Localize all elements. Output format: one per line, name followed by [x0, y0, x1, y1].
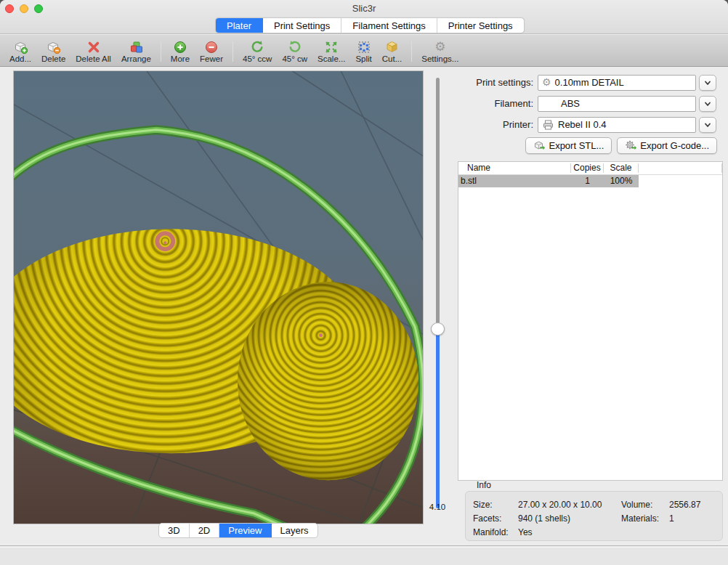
- tab-filament-settings[interactable]: Filament Settings: [341, 18, 437, 33]
- split-button[interactable]: Split: [350, 39, 376, 64]
- layer-slider-track-upper[interactable]: [436, 78, 440, 329]
- gear-icon: ⚙: [542, 76, 551, 89]
- info-section-title: Info: [477, 480, 491, 490]
- printer-icon: [542, 119, 554, 131]
- cubes-icon: [129, 39, 144, 54]
- view-tab-2d[interactable]: 2D: [190, 524, 220, 537]
- print-settings-select[interactable]: ⚙ 0.10mm DETAIL: [538, 75, 696, 91]
- filament-label: Filament:: [458, 98, 538, 109]
- viewport-3d-scene[interactable]: [14, 71, 423, 524]
- view-mode-tabbar: 3D 2D Preview Layers: [158, 523, 318, 538]
- window-title: Slic3r: [0, 3, 728, 14]
- printer-dropdown-button[interactable]: [699, 117, 716, 133]
- toolbar-separator: [161, 41, 161, 62]
- more-button[interactable]: More: [166, 39, 195, 64]
- fewer-button[interactable]: Fewer: [195, 39, 228, 64]
- main-content: 4.10 3D 2D Preview Layers Print settings…: [0, 67, 728, 546]
- chevron-down-icon: [703, 99, 713, 109]
- size-value: 27.00 x 20.00 x 10.00: [518, 500, 621, 510]
- table-row[interactable]: b.stl 1 100%: [458, 175, 722, 187]
- column-header-name[interactable]: Name: [458, 163, 571, 173]
- chevron-down-icon: [703, 120, 713, 130]
- model-small-dome[interactable]: [238, 282, 418, 480]
- red-x-icon: [86, 39, 101, 54]
- delete-all-button[interactable]: Delete All: [70, 39, 116, 64]
- scale-arrows-icon: [324, 39, 339, 54]
- delete-button[interactable]: Delete: [36, 39, 70, 64]
- manifold-value: Yes: [518, 527, 621, 537]
- info-box: Size: 27.00 x 20.00 x 10.00 Volume: 2556…: [465, 491, 723, 541]
- manifold-label: Manifold:: [473, 527, 518, 537]
- print-settings-dropdown-button[interactable]: [699, 75, 716, 91]
- rotate-ccw-button[interactable]: 45° ccw: [238, 39, 277, 64]
- printer-select[interactable]: Rebel II 0.4: [538, 117, 696, 133]
- toolbar-separator: [411, 41, 412, 62]
- right-panel: Print settings: ⚙ 0.10mm DETAIL Filament…: [458, 67, 723, 546]
- export-gcode-button[interactable]: Export G-code...: [617, 137, 717, 154]
- box-add-icon: [13, 39, 28, 54]
- rotate-ccw-icon: [250, 39, 264, 54]
- view-tab-preview[interactable]: Preview: [219, 524, 271, 537]
- layer-slider-track-lower[interactable]: [436, 329, 440, 508]
- filament-dropdown-button[interactable]: [699, 96, 716, 112]
- facets-value: 940 (1 shells): [518, 513, 621, 524]
- column-header-copies[interactable]: Copies: [571, 163, 604, 173]
- titlebar: Slic3r Plater Print Settings Filament Se…: [0, 0, 728, 34]
- print-settings-label: Print settings:: [458, 77, 538, 88]
- filament-select[interactable]: ABS: [538, 96, 696, 112]
- toolbar: Add... Delete Delete All Arrange M: [0, 35, 728, 67]
- export-stl-button[interactable]: Export STL...: [525, 137, 612, 154]
- size-label: Size:: [473, 500, 518, 510]
- gear-export-icon: [625, 140, 636, 151]
- box-export-icon: [533, 140, 545, 151]
- dome-apex-highlight: [319, 333, 323, 337]
- facets-label: Facets:: [473, 513, 518, 524]
- box-remove-icon: [46, 39, 61, 54]
- scale-button[interactable]: Scale...: [312, 39, 350, 64]
- layer-slider-thumb[interactable]: [431, 322, 445, 336]
- volume-label: Volume:: [621, 500, 669, 510]
- viewport-3d[interactable]: [13, 70, 424, 524]
- main-tabbar: Plater Print Settings Filament Settings …: [215, 17, 525, 33]
- tab-printer-settings[interactable]: Printer Settings: [437, 18, 524, 33]
- split-dots-icon: [357, 39, 371, 54]
- rotate-cw-icon: [288, 39, 302, 54]
- materials-label: Materials:: [621, 513, 669, 524]
- settings-button[interactable]: ⚙ Settings...: [416, 39, 464, 64]
- toolbar-separator: [232, 41, 233, 62]
- minus-circle-icon: [204, 39, 219, 54]
- view-tab-3d[interactable]: 3D: [159, 524, 190, 537]
- cut-button[interactable]: Cut...: [377, 39, 407, 64]
- tab-plater[interactable]: Plater: [216, 18, 263, 33]
- column-header-scale[interactable]: Scale: [604, 163, 639, 173]
- materials-value: 1: [669, 513, 722, 524]
- tab-print-settings[interactable]: Print Settings: [263, 18, 341, 33]
- arrange-button[interactable]: Arrange: [116, 39, 156, 64]
- chevron-down-icon: [703, 78, 713, 88]
- gold-cube-icon: [384, 39, 400, 54]
- volume-value: 2556.87: [669, 500, 722, 510]
- slic3r-window: Slic3r Plater Print Settings Filament Se…: [0, 0, 728, 565]
- object-list-header: Name Copies Scale: [458, 162, 722, 175]
- gear-icon: ⚙: [434, 39, 445, 54]
- status-bar: [0, 547, 728, 565]
- layer-slider-value: 4.10: [423, 503, 452, 511]
- rotate-cw-button[interactable]: 45° cw: [277, 39, 312, 64]
- object-list[interactable]: Name Copies Scale b.stl 1 100%: [458, 161, 723, 481]
- plus-circle-icon: [173, 39, 187, 54]
- printer-label: Printer:: [458, 119, 538, 130]
- add-button[interactable]: Add...: [4, 39, 36, 64]
- view-tab-layers[interactable]: Layers: [272, 524, 318, 537]
